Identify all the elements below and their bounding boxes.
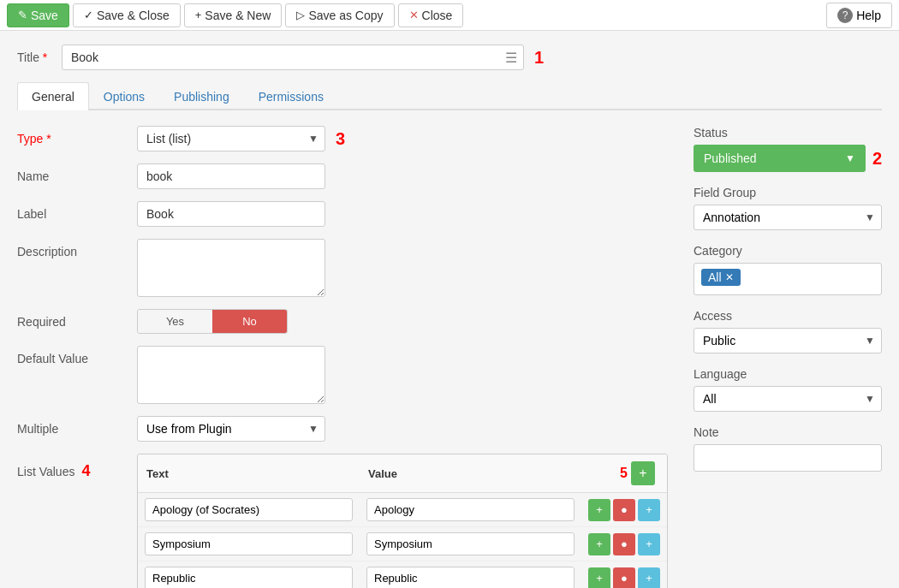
status-value: Published <box>704 151 757 165</box>
status-button[interactable]: Published ▼ <box>694 145 866 172</box>
col-actions: 5 + <box>581 454 667 493</box>
required-yes-btn[interactable]: Yes <box>138 310 212 333</box>
note-input[interactable] <box>694 444 882 472</box>
plus-icon: + <box>195 9 202 21</box>
access-label: Access <box>694 309 882 323</box>
row-move-btn-1[interactable]: + <box>638 499 660 521</box>
required-no-btn[interactable]: No <box>212 310 287 333</box>
save-close-label: Save & Close <box>97 9 170 22</box>
list-values-section: List Values 4 Text Value <box>17 454 668 588</box>
title-label: Title * <box>17 50 51 64</box>
step2-marker: 2 <box>872 149 882 169</box>
text-input-1[interactable] <box>145 498 353 521</box>
col-value: Value <box>360 454 581 493</box>
close-button[interactable]: ✕ Close <box>398 3 464 27</box>
col-text: Text <box>138 454 360 493</box>
type-select-wrap: List (list) Text Textarea ▼ <box>137 126 325 151</box>
field-group-section: Field Group Annotation None ▼ <box>694 186 882 230</box>
language-select[interactable]: All English (UK) French <box>694 386 882 412</box>
access-select-wrap: Public Guest Registered Special Super Us… <box>694 328 882 353</box>
tab-general[interactable]: General <box>17 82 89 110</box>
question-icon: ? <box>837 8 853 23</box>
default-value-label: Default Value <box>17 346 137 365</box>
label-input[interactable] <box>137 201 325 227</box>
copy-icon: ▷ <box>296 9 305 21</box>
access-section: Access Public Guest Registered Special S… <box>694 309 882 353</box>
row-move-btn-2[interactable]: + <box>638 533 660 555</box>
tabs: General Options Publishing Permissions <box>17 82 882 110</box>
note-label: Note <box>694 425 882 439</box>
category-label: Category <box>694 244 882 258</box>
language-label: Language <box>694 367 882 381</box>
save-new-button[interactable]: + Save & New <box>184 3 283 27</box>
name-label: Name <box>17 163 137 183</box>
value-input-1[interactable] <box>366 498 575 521</box>
value-input-2[interactable] <box>366 532 575 555</box>
field-group-select[interactable]: Annotation None <box>694 205 882 230</box>
type-row: Type * List (list) Text Textarea ▼ 3 <box>17 126 668 151</box>
row-move-btn-3[interactable]: + <box>638 567 660 589</box>
toggle-icon[interactable]: ☰ <box>505 50 517 66</box>
category-section: Category All ✕ <box>694 244 882 295</box>
description-row: Description <box>17 239 668 297</box>
language-select-wrap: All English (UK) French ▼ <box>694 386 882 412</box>
checkmark-icon: ✓ <box>84 9 93 21</box>
multiple-select[interactable]: Use from Plugin Yes No <box>137 416 325 442</box>
help-button[interactable]: ? Help <box>826 3 892 28</box>
save-icon: ✎ <box>18 9 27 21</box>
name-row: Name <box>17 163 668 189</box>
value-cell <box>360 527 581 561</box>
field-group-label: Field Group <box>694 186 882 199</box>
add-list-value-button[interactable]: + <box>631 461 655 485</box>
table-row: + ● + <box>138 527 667 561</box>
description-textarea[interactable] <box>137 239 325 297</box>
title-input[interactable] <box>62 45 524 70</box>
text-input-2[interactable] <box>145 532 353 555</box>
step4-marker: 4 <box>81 462 90 480</box>
row-add-btn-2[interactable]: + <box>588 533 610 555</box>
multiple-label: Multiple <box>17 416 137 436</box>
table-row: + ● + <box>138 561 667 589</box>
description-label: Description <box>17 239 137 258</box>
multiple-row: Multiple Use from Plugin Yes No ▼ <box>17 416 668 442</box>
step1-marker: 1 <box>534 48 544 68</box>
row-add-btn-1[interactable]: + <box>588 499 610 521</box>
tab-permissions[interactable]: Permissions <box>244 82 338 110</box>
tab-publishing[interactable]: Publishing <box>159 82 244 110</box>
status-section: Status Published ▼ 2 <box>694 126 882 172</box>
default-value-textarea[interactable] <box>137 346 325 404</box>
save-button[interactable]: ✎ Save <box>7 3 69 27</box>
required-row: Required Yes No <box>17 309 668 334</box>
text-cell <box>138 561 360 589</box>
title-row: Title * ☰ 1 <box>17 45 882 70</box>
action-cell-1: + ● + <box>581 493 667 527</box>
list-values-table-wrap: Text Value 5 + <box>137 454 668 588</box>
close-icon: ✕ <box>409 9 419 21</box>
text-input-3[interactable] <box>145 567 353 588</box>
category-tag: All ✕ <box>701 269 741 286</box>
row-remove-btn-2[interactable]: ● <box>613 533 635 555</box>
form-main: Type * List (list) Text Textarea ▼ 3 <box>17 126 694 588</box>
type-select[interactable]: List (list) Text Textarea <box>137 126 325 151</box>
status-arrow: ▼ <box>845 152 855 164</box>
name-input[interactable] <box>137 163 325 189</box>
step5-marker: 5 <box>620 466 628 481</box>
row-remove-btn-1[interactable]: ● <box>613 499 635 521</box>
row-remove-btn-3[interactable]: ● <box>613 567 635 589</box>
save-close-button[interactable]: ✓ Save & Close <box>73 3 181 27</box>
row-add-btn-3[interactable]: + <box>588 567 610 589</box>
table-row: + ● + <box>138 493 667 527</box>
type-label: Type * <box>17 126 137 146</box>
form-sidebar: Status Published ▼ 2 Field Group Annotat… <box>694 126 882 588</box>
value-input-3[interactable] <box>366 567 575 588</box>
list-values-table: Text Value 5 + <box>138 454 667 588</box>
category-remove-icon[interactable]: ✕ <box>725 271 734 283</box>
save-copy-button[interactable]: ▷ Save as Copy <box>285 3 394 27</box>
tab-options[interactable]: Options <box>89 82 159 110</box>
save-copy-label: Save as Copy <box>308 9 383 22</box>
required-toggle: Yes No <box>137 309 288 334</box>
save-label: Save <box>31 9 58 22</box>
toolbar: ✎ Save ✓ Save & Close + Save & New ▷ Sav… <box>0 0 899 31</box>
access-select[interactable]: Public Guest Registered Special Super Us… <box>694 328 882 353</box>
help-label: Help <box>856 9 881 22</box>
